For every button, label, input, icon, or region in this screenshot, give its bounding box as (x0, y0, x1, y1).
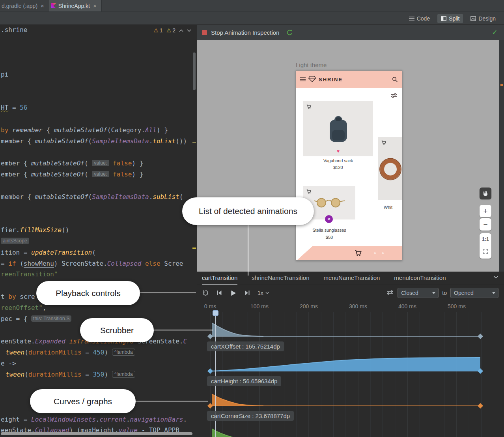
from-state-dropdown[interactable]: Closed (398, 288, 439, 298)
weak-warnings-count: ⚠ 2 (166, 27, 175, 34)
curve-value-label: cartXOffset : 165.75214dp (207, 341, 284, 351)
callout-label: Playback controls (56, 289, 121, 298)
code-segment: ition = (1, 249, 31, 256)
skip-to-start-icon[interactable] (216, 289, 223, 296)
close-icon[interactable]: × (40, 2, 45, 9)
search-icon[interactable] (392, 77, 398, 83)
design-view-button[interactable]: Design (467, 14, 499, 23)
product-image-vagabond-sack[interactable]: ♥ (303, 101, 373, 156)
product-image-belt[interactable] (378, 137, 402, 200)
code-segment: mutableStateOf (31, 171, 84, 178)
cart-bottom-bar[interactable] (296, 246, 402, 261)
playback-buttons: 1x (197, 289, 269, 297)
zoom-100-button[interactable]: 1:1 (482, 236, 489, 242)
pan-tool-button[interactable] (480, 188, 491, 199)
code-segment: ) } (132, 171, 143, 178)
code-view-button[interactable]: Code (405, 14, 433, 23)
animation-preview-toolbar: Stop Animation Inspection ✓ (197, 25, 504, 40)
backpack-image (325, 113, 352, 147)
code-segment: Category (111, 126, 141, 134)
code-segment: mutableStateOf (35, 137, 88, 145)
code-segment: = (82, 371, 93, 378)
play-icon[interactable] (230, 289, 237, 297)
code-segment: scre (16, 293, 35, 300)
code-segment: ( (24, 349, 28, 356)
zoom-out-button[interactable]: − (480, 218, 491, 231)
zoom-to-fit-icon[interactable] (483, 249, 488, 255)
code-segment: ) } (157, 126, 168, 134)
editor-scrollbar[interactable] (192, 25, 196, 437)
stripe-mark[interactable] (500, 84, 503, 86)
code-segment: false (113, 159, 132, 167)
code-segment: ( (84, 159, 92, 167)
code-segment: = (8, 104, 20, 111)
code-segment: Scree (161, 260, 183, 267)
refresh-icon[interactable] (286, 29, 293, 36)
code-line: eight = LocalWindowInsets.current.naviga… (1, 415, 187, 424)
callout-label: Curves / graphs (54, 397, 112, 406)
stop-animation-inspection-button[interactable]: Stop Animation Inspection (211, 29, 279, 36)
editor-tab-shrineapp-kt[interactable]: ShrineApp.kt× (49, 0, 102, 11)
next-issue-button[interactable] (187, 29, 191, 32)
playback-controls: 1x Closed to Opened (197, 285, 504, 301)
ruler-label: 400 ms (394, 303, 421, 309)
animation-tab-shrineNameTransition[interactable]: shrineNameTransition (252, 272, 309, 285)
code-segment: if (8, 260, 16, 267)
code-segment: ^lambda (112, 349, 135, 356)
animation-tab-cartTransition[interactable]: cartTransition (202, 272, 237, 285)
warning-stripe-mark[interactable] (192, 248, 196, 249)
code-segment (109, 171, 113, 178)
code-line: e -> (1, 359, 16, 368)
callout-line (248, 225, 248, 276)
zoom-in-button[interactable]: + (480, 205, 491, 217)
swap-states-icon[interactable] (386, 289, 394, 297)
code-segment: reenOffset" (1, 304, 43, 311)
loop-playback-icon[interactable] (202, 289, 209, 296)
scrubber-handle[interactable] (213, 310, 218, 316)
code-view-label: Code (417, 15, 430, 22)
code-segment: fier. (1, 226, 20, 234)
menu-icon[interactable] (300, 76, 306, 83)
inspection-widget[interactable]: ⚠ 1 ⚠ 2 (153, 27, 191, 34)
code-segment: this: Transition.S (31, 315, 71, 322)
code-line: by remember { mutableStateOf(Category.Al… (1, 126, 168, 135)
code-line: aintsScope (1, 237, 29, 246)
editor-tab-d-gradle-app-[interactable]: d.gradle (:app)× (0, 0, 49, 11)
code-segment: durationMillis (28, 349, 82, 356)
editor-horizontal-scrollbar[interactable] (1, 432, 192, 435)
ruler-label: 100 ms (246, 303, 273, 309)
to-state-dropdown[interactable]: Opened (450, 288, 498, 298)
callout-line (140, 293, 196, 293)
skip-to-end-icon[interactable] (244, 289, 251, 296)
timeline-ruler[interactable]: 0 ms100 ms200 ms300 ms400 ms500 ms (197, 301, 504, 312)
heart-icon[interactable]: ♥ (337, 148, 340, 154)
code-segment: fillMaxSize (20, 226, 62, 234)
chevron-down-icon[interactable] (493, 276, 498, 279)
code-segment: updateTransition (31, 249, 92, 256)
design-view-label: Design (478, 15, 496, 22)
prev-issue-button[interactable] (179, 29, 183, 32)
animation-tab-menuNameTransition[interactable]: menuNameTransition (323, 272, 380, 285)
code-segment: subList (153, 193, 179, 201)
code-segment: ( (88, 137, 92, 145)
code-segment: durationMillis (28, 371, 82, 378)
cart-icon[interactable] (355, 249, 362, 258)
warning-stripe-mark[interactable] (192, 142, 196, 143)
product-price: $120 (303, 165, 373, 170)
phone-preview: SHRINE ♥ Vagabond sack $120 Whit M Stell (296, 70, 402, 261)
code-segment: All (145, 126, 157, 134)
code-segment: eight = (1, 416, 31, 423)
close-icon[interactable]: × (92, 2, 97, 9)
filter-icon[interactable] (391, 93, 397, 98)
code-segment: toList (153, 137, 175, 145)
code-segment: false (113, 171, 132, 178)
editor-tabbar: d.gradle (:app)×ShrineApp.kt× (0, 0, 504, 12)
scrollbar-thumb[interactable] (193, 53, 196, 90)
code-segment: member { (1, 137, 35, 145)
animation-tab-menuIconTransition[interactable]: menuIconTransition (394, 272, 446, 285)
split-view-button[interactable]: Split (437, 14, 463, 23)
code-editor[interactable]: .shrinepiHT = 56by remember { mutableSta… (0, 25, 197, 437)
playback-speed-dropdown[interactable]: 1x (258, 290, 269, 296)
code-segment (65, 338, 69, 345)
belt-image (377, 156, 402, 184)
